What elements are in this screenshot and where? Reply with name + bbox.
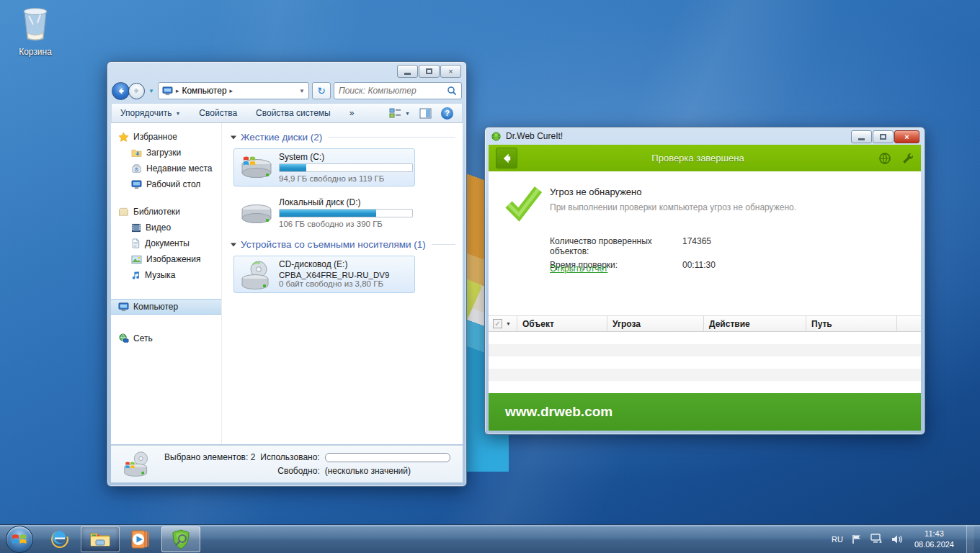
drive-free-space: 94,9 ГБ свободно из 119 ГБ [279,174,413,183]
maximize-button[interactable] [419,65,440,78]
breadcrumb-arrow-icon[interactable]: ▸ [230,87,233,94]
drweb-app-icon [491,131,502,142]
sidebar-item-pictures[interactable]: Изображения [111,251,221,267]
action-center-flag-icon[interactable] [851,534,863,544]
properties-label: Свойства [199,108,237,118]
toolbar-overflow-button[interactable]: » [349,108,355,118]
recycle-bin[interactable]: Корзина [7,6,63,57]
music-note-icon [131,270,141,280]
sidebar-item-favorites[interactable]: Избранное [111,129,221,145]
overflow-icon: » [349,108,355,118]
globe-icon[interactable] [878,152,891,165]
sidebar-item-network[interactable]: Сеть [111,331,221,346]
help-button[interactable]: ? [441,107,453,120]
properties-button[interactable]: Свойства [199,108,237,118]
system-tray: RU 11:43 08.06.2024 [832,525,980,553]
breadcrumb-arrow-icon: ▸ [176,87,179,94]
drweb-footer-banner[interactable]: www.drweb.com [489,393,921,431]
refresh-button[interactable]: ↻ [312,82,331,99]
organize-button[interactable]: Упорядочить ▼ [120,108,180,118]
column-header-path[interactable]: Путь [806,316,897,331]
result-subtitle: При выполнении проверки компьютера угроз… [550,202,796,212]
sidebar-label: Изображения [146,254,200,264]
network-icon [118,333,129,343]
column-header-action[interactable]: Действие [704,316,806,331]
group-divider [328,137,455,138]
folder-icon [89,530,111,548]
sidebar-label: Сеть [133,333,153,343]
sidebar-item-recent-places[interactable]: Недавние места [111,161,221,176]
result-title: Угроз не обнаружено [550,186,641,197]
drweb-header: Проверка завершена [489,145,921,171]
minimize-button[interactable] [397,65,418,78]
back-arrow-icon [501,153,512,164]
sidebar-item-downloads[interactable]: Загрузки [111,145,221,161]
taskbar-drweb-button[interactable] [161,526,200,552]
drweb-result-panel: Угроз не обнаружено При выполнении прове… [489,171,921,315]
address-dropdown-icon[interactable]: ▼ [299,88,305,94]
clock[interactable]: 11:43 08.06.2024 [914,529,954,549]
group-header-removable[interactable]: Устройства со съемными носителями (1) [231,239,455,250]
search-icon[interactable] [447,86,457,96]
drive-item-e[interactable]: CD-дисковод (E:) CPBA_X64FRE_RU-RU_DV9 0… [233,256,415,293]
minimize-button[interactable] [851,130,872,143]
checkbox-icon[interactable]: ✓ [493,319,502,328]
group-header-hard-disks[interactable]: Жесткие диски (2) [231,132,455,143]
drweb-back-button[interactable] [496,148,517,168]
column-header-spacer [897,316,921,331]
maximize-icon [426,68,432,74]
files-pane: Жесткие диски (2) [221,123,463,444]
computer-icon [162,86,173,96]
drive-name: CD-дисковод (E:) [279,259,410,269]
views-button[interactable]: ▼ [389,108,410,119]
column-header-threat[interactable]: Угроза [607,316,704,331]
taskbar-ie-button[interactable] [40,526,79,552]
forward-button[interactable] [128,83,145,99]
back-button[interactable] [112,82,130,100]
drweb-site-link[interactable]: www.drweb.com [505,404,612,420]
sidebar-item-libraries[interactable]: Библиотеки [111,204,221,220]
recycle-bin-icon [19,6,52,43]
sidebar-item-documents[interactable]: Документы [111,235,221,251]
desktop: Корзина × ▼ ▸ Компьютер ▸ ▼ ↻ [0,0,980,553]
sidebar-label: Компьютер [133,302,178,312]
address-bar[interactable]: ▸ Компьютер ▸ ▼ [158,82,309,99]
chevron-down-icon[interactable]: ▼ [506,321,511,326]
pictures-icon [131,255,142,264]
start-button[interactable] [6,526,33,553]
taskbar-media-player-button[interactable] [121,526,160,552]
capacity-bar-fill [280,164,306,171]
show-desktop-button[interactable] [966,525,974,553]
recycle-bin-label: Корзина [7,47,63,57]
wrench-icon[interactable] [901,152,914,165]
drive-item-c[interactable]: System (C:) 94,9 ГБ свободно из 119 ГБ [233,148,415,186]
breadcrumb-computer[interactable]: Компьютер [182,86,226,96]
capacity-bar [279,209,413,217]
sidebar-item-videos[interactable]: Видео [111,220,221,235]
search-box[interactable] [334,82,462,99]
close-button[interactable]: × [894,130,919,143]
sidebar-item-music[interactable]: Музыка [111,267,221,283]
preview-pane-button[interactable] [419,108,432,119]
sidebar-item-computer[interactable]: Компьютер [111,299,221,315]
open-report-link[interactable]: Открыть отчет [550,264,607,274]
sidebar-item-desktop[interactable]: Рабочий стол [111,176,221,192]
close-button[interactable]: × [440,65,461,78]
select-all-header[interactable]: ✓ ▼ [489,316,517,331]
search-input[interactable] [339,86,447,96]
network-icon[interactable] [870,534,883,544]
drive-item-d[interactable]: Локальный диск (D:) 106 ГБ свободно из 3… [233,194,415,232]
maximize-button[interactable] [873,130,894,143]
column-header-object[interactable]: Объект [517,316,607,331]
views-icon [389,108,401,119]
explorer-status-bar: Выбрано элементов: 2 Использовано: Свобо… [111,445,463,482]
system-properties-button[interactable]: Свойства системы [256,108,331,118]
history-dropdown-icon[interactable]: ▼ [148,88,154,94]
language-indicator[interactable]: RU [832,535,843,544]
clock-time: 11:43 [914,529,954,539]
threats-table-header: ✓ ▼ Объект Угроза Действие Путь [489,315,921,332]
volume-icon[interactable] [891,534,904,544]
taskbar-explorer-button[interactable] [81,526,120,552]
organize-label: Упорядочить [120,108,172,118]
chevron-down-icon: ▼ [405,111,410,116]
